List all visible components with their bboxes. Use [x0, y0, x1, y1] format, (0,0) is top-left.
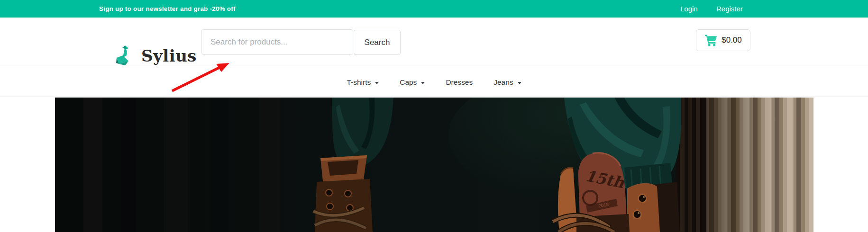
search-input[interactable]	[201, 29, 353, 55]
search-button[interactable]: Search	[354, 30, 401, 55]
caret-down-icon	[375, 82, 379, 84]
sylius-logo[interactable]: Sylius	[116, 44, 197, 68]
site-header: Sylius Search $0.00	[0, 18, 868, 68]
caret-down-icon	[518, 82, 521, 84]
cart-button[interactable]: $0.00	[696, 29, 750, 51]
cart-icon	[704, 34, 717, 46]
register-link[interactable]: Register	[716, 0, 743, 18]
nav-item-caps[interactable]: Caps	[400, 78, 425, 87]
logo-text: Sylius	[141, 46, 197, 65]
storefront-page: Sign up to our newsletter and grab -20% …	[0, 0, 868, 232]
caret-down-icon	[421, 82, 425, 84]
login-link[interactable]: Login	[680, 0, 698, 18]
swan-icon	[116, 45, 135, 67]
announcement-text: Sign up to our newsletter and grab -20% …	[99, 0, 236, 18]
nav-item-label: Caps	[400, 78, 417, 87]
announcement-bar: Sign up to our newsletter and grab -20% …	[0, 0, 868, 18]
nav-item-label: T-shirts	[347, 78, 371, 87]
nav-item-label: Jeans	[493, 78, 513, 87]
nav-item-t-shirts[interactable]: T-shirts	[347, 78, 379, 87]
nav-item-label: Dresses	[446, 78, 473, 87]
hero-image: 15th 2018	[55, 98, 813, 232]
nav-item-dresses[interactable]: Dresses	[446, 78, 473, 87]
main-nav: T-shirts Caps Dresses Jeans	[0, 68, 868, 97]
nav-item-jeans[interactable]: Jeans	[493, 78, 521, 87]
cart-total: $0.00	[722, 36, 742, 45]
